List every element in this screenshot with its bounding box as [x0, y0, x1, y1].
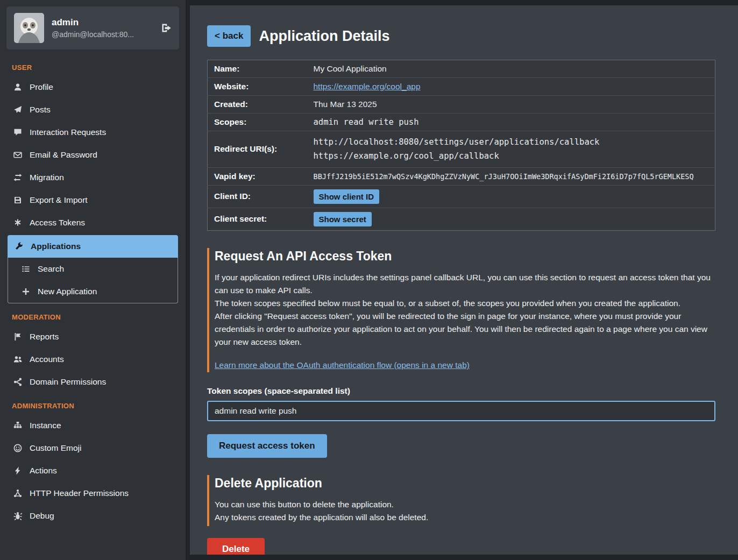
avatar: [14, 13, 44, 43]
sidebar-item-label: Actions: [30, 466, 57, 476]
sidebar-item-custom-emoji[interactable]: Custom Emoji: [6, 437, 179, 459]
sidebar-item-label: HTTP Header Permissions: [30, 488, 129, 498]
sidebar-item-http-header-permissions[interactable]: HTTP Header Permissions: [6, 482, 179, 505]
sidebar-item-label: Export & Import: [30, 195, 88, 205]
network-icon: [13, 489, 23, 498]
paper-plane-icon: [13, 105, 23, 114]
detail-label-website: Website:: [208, 78, 307, 96]
sidebar-item-label: Domain Permissions: [30, 377, 106, 387]
redirect-uri-1: http://localhost:8080/settings/user/appl…: [314, 135, 709, 149]
sidebar-item-label: Reports: [30, 332, 59, 342]
request-access-token-button[interactable]: Request access token: [207, 434, 327, 458]
details-row-vapid: Vapid key: BBJffJ219b5iE512m7wQSzv4KgKDh…: [208, 167, 715, 185]
delete-application-section: Delete Application You can use this butt…: [207, 475, 715, 526]
details-row-created: Created: Thu Mar 13 2025: [208, 96, 715, 114]
exchange-arrows-icon: [13, 173, 23, 182]
delete-section-line-1: You can use this button to delete the ap…: [215, 498, 715, 511]
details-row-redirect: Redirect URI(s): http://localhost:8080/s…: [208, 131, 715, 168]
details-row-name: Name: My Cool Application: [208, 60, 715, 78]
sidebar-item-label: New Application: [38, 287, 97, 296]
sidebar-item-label: Instance: [30, 421, 61, 430]
detail-label-name: Name:: [208, 60, 307, 78]
token-request-section: Request An API Access Token If your appl…: [207, 248, 715, 372]
sidebar-item-profile[interactable]: Profile: [6, 76, 179, 98]
bolt-icon: [13, 466, 23, 475]
asterisk-icon: [13, 218, 23, 227]
back-button[interactable]: < back: [207, 25, 251, 47]
sidebar-nav-moderation: Reports Accounts Domain Permissions: [6, 325, 179, 393]
sidebar-item-reports[interactable]: Reports: [6, 325, 179, 348]
token-scopes-input[interactable]: [207, 401, 715, 421]
sidebar-item-applications[interactable]: Applications: [8, 235, 178, 258]
applications-submenu: Search New Application: [8, 258, 178, 303]
floppy-disk-icon: [13, 196, 23, 204]
sidebar-subitem-search[interactable]: Search: [8, 258, 178, 280]
sidebar-item-migration[interactable]: Migration: [6, 166, 179, 189]
sidebar-item-label: Posts: [30, 105, 51, 115]
sidebar-item-posts[interactable]: Posts: [6, 98, 179, 121]
wrench-icon: [14, 242, 24, 251]
sidebar-item-label: Debug: [30, 511, 54, 521]
username: admin: [52, 17, 134, 28]
website-link[interactable]: https://example.org/cool_app: [314, 82, 421, 91]
sidebar-nav-user: Profile Posts Interaction Requests Email…: [6, 76, 179, 303]
detail-label-created: Created:: [208, 96, 307, 114]
show-secret-button[interactable]: Show secret: [314, 212, 372, 226]
token-section-paragraph-2: The token scopes specified below must be…: [215, 297, 715, 310]
sidebar-item-debug[interactable]: Debug: [6, 505, 179, 527]
token-section-paragraph-3: After clicking "Request access token", y…: [215, 310, 715, 349]
smiley-icon: [13, 444, 23, 452]
sidebar-item-accounts[interactable]: Accounts: [6, 348, 179, 371]
detail-value-name: My Cool Application: [307, 60, 715, 78]
user-card: admin @admin@localhost:80...: [6, 6, 179, 49]
sidebar-item-email-password[interactable]: Email & Password: [6, 144, 179, 166]
sidebar-item-label: Search: [38, 264, 64, 274]
details-table: Name: My Cool Application Website: https…: [207, 60, 715, 231]
user-meta: admin @admin@localhost:80...: [52, 17, 134, 39]
token-scopes-label: Token scopes (space-separated list): [207, 386, 715, 396]
sign-out-icon[interactable]: [161, 23, 172, 33]
sidebar-section-administration: ADMINISTRATION: [6, 393, 179, 414]
oauth-docs-link[interactable]: Learn more about the OAuth authenticatio…: [215, 360, 470, 370]
detail-value-vapid: BBJffJ219b5iE512m7wQSzv4KgKDhgZZVzNyWC_r…: [307, 167, 715, 185]
comments-icon: [13, 128, 23, 137]
applications-group: Applications Search New Application: [8, 235, 178, 303]
sidebar-nav-administration: Instance Custom Emoji Actions HTTP Heade…: [6, 414, 179, 527]
sidebar-section-user: USER: [6, 55, 179, 76]
sidebar-item-label: Accounts: [30, 355, 64, 364]
sidebar-item-label: Migration: [30, 173, 64, 182]
detail-label-vapid: Vapid key:: [208, 167, 307, 185]
sidebar: admin @admin@localhost:80... USER Profil…: [0, 0, 186, 560]
sidebar-item-actions[interactable]: Actions: [6, 459, 179, 482]
detail-label-redirect: Redirect URI(s):: [208, 131, 307, 168]
account-handle: @admin@localhost:80...: [52, 30, 134, 39]
sidebar-item-label: Interaction Requests: [30, 127, 106, 137]
delete-button[interactable]: Delete: [207, 538, 265, 555]
sidebar-item-instance[interactable]: Instance: [6, 414, 179, 437]
sidebar-item-domain-permissions[interactable]: Domain Permissions: [6, 371, 179, 393]
sidebar-item-interaction-requests[interactable]: Interaction Requests: [6, 121, 179, 144]
delete-section-line-2: Any tokens created by the application wi…: [215, 511, 715, 524]
details-row-client-secret: Client secret: Show secret: [208, 208, 715, 230]
sidebar-section-moderation: MODERATION: [6, 304, 179, 325]
sidebar-item-label: Access Tokens: [30, 218, 85, 228]
plus-icon: [21, 287, 31, 296]
share-nodes-icon: [13, 378, 23, 386]
details-row-client-id: Client ID: Show client ID: [208, 185, 715, 208]
sidebar-item-access-tokens[interactable]: Access Tokens: [6, 211, 179, 234]
detail-value-redirect: http://localhost:8080/settings/user/appl…: [307, 131, 715, 168]
token-section-title: Request An API Access Token: [215, 249, 715, 264]
sidebar-item-label: Custom Emoji: [30, 443, 81, 453]
details-row-website: Website: https://example.org/cool_app: [208, 78, 715, 96]
detail-label-client-secret: Client secret:: [208, 208, 307, 230]
detail-value-created: Thu Mar 13 2025: [307, 96, 715, 114]
bug-icon: [13, 512, 23, 520]
sidebar-item-export-import[interactable]: Export & Import: [6, 189, 179, 211]
sidebar-item-label: Email & Password: [30, 150, 97, 160]
show-client-id-button[interactable]: Show client ID: [314, 189, 380, 204]
details-row-scopes: Scopes: admin read write push: [208, 114, 715, 131]
list-icon: [21, 265, 31, 273]
main-panel: < back Application Details Name: My Cool…: [190, 5, 738, 555]
sidebar-subitem-new-application[interactable]: New Application: [8, 280, 178, 303]
redirect-uri-2: https://example.org/cool_app/callback: [314, 149, 709, 163]
